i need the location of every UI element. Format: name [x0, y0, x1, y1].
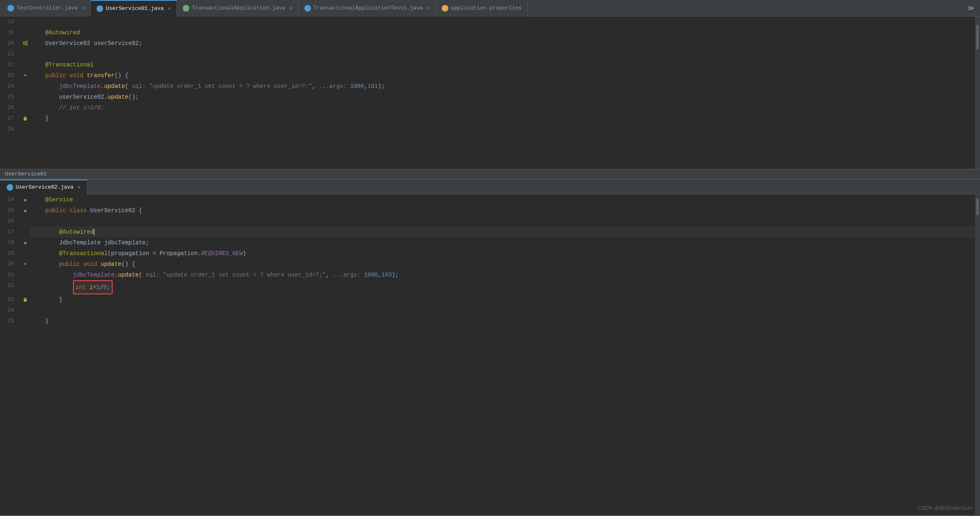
- bottom-code-line-23: 23 🔒 }: [0, 294, 975, 305]
- annotation-transactional-2: @Transactional: [59, 250, 108, 257]
- tab-more-button[interactable]: ≫: [963, 4, 978, 12]
- bottom-line-content-19: @Transactional(propagation = Propagation…: [30, 248, 975, 259]
- bottom-line-gutter-17: [21, 227, 30, 237]
- bottom-scrollbar-thumb[interactable]: [976, 199, 979, 215]
- bottom-code-line-21: 21 jdbcTemplate.update( sql: "update ord…: [0, 270, 975, 280]
- tab-label-testcontroller: TestController.java: [16, 5, 78, 11]
- line-content-22: @Transactional: [30, 59, 975, 70]
- line-num-18: 18: [0, 17, 21, 27]
- tab-transactionalapptests[interactable]: TransactionalApplicationTests.java ✕: [299, 0, 436, 17]
- line-gutter-28: [21, 124, 30, 135]
- tab-userservice01[interactable]: UserService01.java ✕: [91, 0, 177, 17]
- bottom-line-num-15: 15: [0, 205, 21, 216]
- bottom-line-num-24: 24: [0, 305, 21, 316]
- code-line-23: 23 ▼ public void transfer() {: [0, 70, 975, 81]
- type-jdbctemplate: JdbcTemplate: [59, 239, 101, 246]
- tab-close-transactionalapptests[interactable]: ✕: [427, 5, 430, 11]
- line-num-22: 22: [0, 59, 21, 70]
- line-num-26: 26: [0, 102, 21, 113]
- tab-testcontroller[interactable]: TestController.java ✕: [2, 0, 91, 17]
- line-num-24: 24: [0, 81, 21, 92]
- method-update-2: update: [118, 272, 139, 278]
- tab-close-testcontroller[interactable]: ✕: [82, 5, 85, 11]
- arrow-icon-b20: ▼: [24, 262, 26, 267]
- line-content-19: @Autowired: [30, 27, 975, 38]
- kw-public-23: public: [45, 72, 66, 79]
- line-gutter-26: [21, 102, 30, 113]
- tab-transactionalapp[interactable]: TransactionalApplication.java ✕: [177, 0, 298, 17]
- line-gutter-19: [21, 27, 30, 38]
- bottom-line-gutter-25: [21, 316, 30, 327]
- bottom-line-gutter-15: ◆: [21, 205, 30, 216]
- hint-sql-1: sql:: [132, 83, 146, 90]
- line-content-23: public void transfer() {: [30, 70, 975, 81]
- bottom-code-line-24: 24: [0, 305, 975, 316]
- hint-sql-2: sql:: [146, 272, 160, 278]
- bottom-line-num-23: 23: [0, 294, 21, 305]
- top-code-area[interactable]: 18 19 @Autowired: [0, 17, 980, 179]
- bottom-line-content-16: [30, 216, 975, 227]
- bottom-line-content-17: @Autowired: [30, 227, 975, 237]
- line-num-28: 28: [0, 124, 21, 135]
- bottom-line-gutter-21: [21, 270, 30, 280]
- num-1000-2: 1000: [364, 272, 378, 278]
- bottom-line-gutter-22: [21, 280, 30, 294]
- bean-icon-b18: ◆: [24, 240, 26, 246]
- top-scrollbar-thumb[interactable]: [976, 25, 979, 50]
- bottom-code-line-15: 15 ◆ public class UserService02 {: [0, 205, 975, 216]
- code-line-18: 18: [0, 17, 975, 27]
- line-content-27: }: [30, 113, 975, 124]
- code-line-26: 26 // int i=1/0;: [0, 102, 975, 113]
- line-content-24: jdbcTemplate.update( sql: "update order_…: [30, 81, 975, 92]
- line-gutter-24: [21, 81, 30, 92]
- line-gutter-23: ▼: [21, 70, 30, 81]
- code-line-24: 24 jdbcTemplate.update( sql: "update ord…: [0, 81, 975, 92]
- code-line-19: 19 @Autowired: [0, 27, 975, 38]
- tab-close-transactionalapp[interactable]: ✕: [289, 5, 292, 11]
- hint-args-2: ...args:: [333, 272, 360, 278]
- kw-int: int: [75, 284, 86, 291]
- bottom-line-content-23: }: [30, 294, 975, 305]
- line-num-19: 19: [0, 27, 21, 38]
- bottom-line-gutter-16: [21, 216, 30, 227]
- method-update-1: update: [104, 83, 125, 90]
- tab-label-transactionalapptests: TransactionalApplicationTests.java: [313, 5, 423, 11]
- param-propagation: propagation: [111, 250, 149, 257]
- bottom-editor-panel: UserService02.java ✕ 14 ◆: [0, 180, 980, 516]
- tab-appproperties[interactable]: application.properties: [436, 0, 528, 17]
- const-requires-new: REQUIRES_NEW: [201, 250, 243, 257]
- var-userservice02: userService02: [94, 40, 139, 47]
- bottom-line-content-15: public class UserService02 {: [30, 205, 975, 216]
- tab-icon-transactionalapptests: [304, 5, 311, 12]
- bottom-scrollbar-track[interactable]: [975, 194, 980, 515]
- tab-label-transactionalapp: TransactionalApplication.java: [192, 5, 285, 11]
- bottom-code-line-25: 25 }: [0, 316, 975, 327]
- bottom-line-gutter-18: ◆: [21, 237, 30, 248]
- method-update-def: update: [101, 261, 121, 267]
- line-content-25: userService02.update();: [30, 92, 975, 102]
- bean-icon-b14: ◆: [24, 197, 26, 203]
- tab-label-appproperties: application.properties: [451, 5, 522, 11]
- tab-close-userservice01[interactable]: ✕: [168, 5, 171, 12]
- bottom-line-num-19: 19: [0, 248, 21, 259]
- field-jdbctemplate-1: jdbcTemplate: [59, 83, 101, 90]
- bottom-line-num-16: 16: [0, 216, 21, 227]
- method-update-call: update: [108, 94, 128, 100]
- type-propagation: Propagation: [160, 250, 198, 257]
- line-content-21: [30, 49, 975, 59]
- code-line-25: 25 userService02.update();: [0, 92, 975, 102]
- top-file-label: UserService01: [0, 169, 980, 179]
- top-scrollbar-track[interactable]: [975, 17, 980, 179]
- bottom-line-num-22: 22: [0, 280, 21, 294]
- bottom-line-content-24: [30, 305, 975, 316]
- sub-tab-userservice02[interactable]: UserService02.java ✕: [0, 180, 87, 194]
- line-num-21: 21: [0, 49, 21, 59]
- code-line-22: 22 @Transactional: [0, 59, 975, 70]
- line-content-20: UserService02 userService02;: [30, 38, 975, 49]
- bottom-code-line-18: 18 ◆ JdbcTemplate jdbcTemplate;: [0, 237, 975, 248]
- bottom-line-num-17: 17: [0, 227, 21, 237]
- kw-void-23: void: [69, 72, 83, 79]
- bottom-code-area[interactable]: 14 ◆ @Service 15 ◆: [0, 194, 980, 515]
- bean-icon-20: 🌿: [22, 40, 28, 47]
- sub-tab-close[interactable]: ✕: [78, 185, 80, 190]
